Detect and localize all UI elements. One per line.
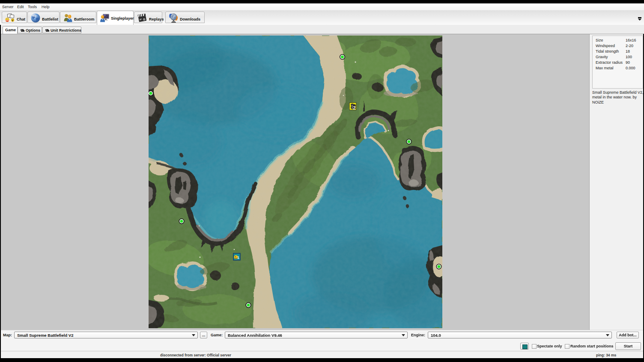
svg-text:2: 2 [353,106,356,110]
svg-text:1: 1 [237,255,239,260]
